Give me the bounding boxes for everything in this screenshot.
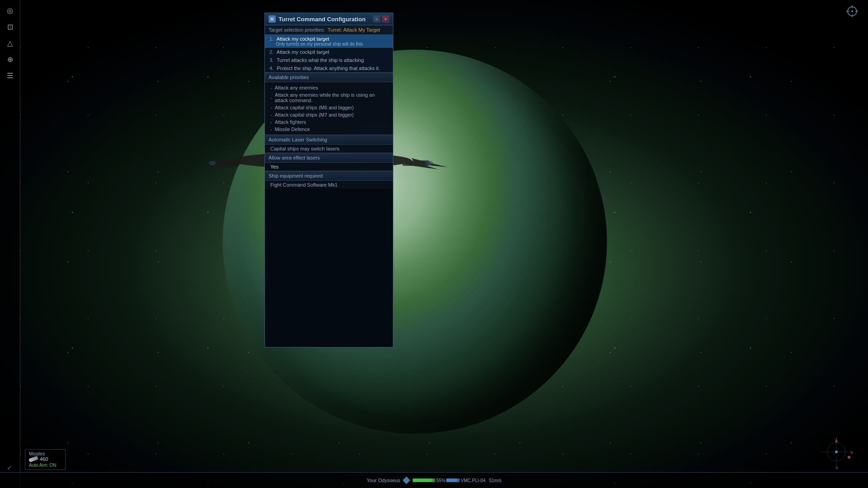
- dialog-title: Turret Command Configuration: [278, 16, 366, 23]
- nav-icon[interactable]: ◎: [3, 4, 17, 17]
- priority-option-3[interactable]: Attack capital ships (M6 and bigger): [265, 104, 393, 111]
- laser-switching-value[interactable]: Capital ships may switch lasers: [265, 145, 393, 153]
- target-selection-row: Target selection priorities: Turret: Att…: [265, 25, 393, 35]
- item-num-3: 3.: [269, 57, 274, 63]
- area-effect-header: Allow area effect lasers: [265, 153, 393, 163]
- collapse-button[interactable]: «: [373, 15, 380, 23]
- priority-option-1[interactable]: Attack any enemies: [265, 84, 393, 91]
- missile-icon: [28, 456, 38, 462]
- shield-bar: [446, 479, 460, 482]
- svg-point-7: [209, 161, 216, 165]
- ship-equipment-header: Ship equipment required: [265, 171, 393, 181]
- dialog-title-left: ⊞ Turret Command Configuration: [269, 15, 366, 23]
- bottom-hud: Your Odysseus 55% VMC.PLI-04 51m/s: [0, 472, 868, 488]
- svg-rect-5: [212, 160, 240, 166]
- priority-option-4[interactable]: Attack capital ships (M7 and bigger): [265, 111, 393, 118]
- laser-switching-content: Capital ships may switch lasers: [265, 145, 393, 153]
- alert-icon[interactable]: △: [3, 36, 17, 50]
- item-num-4: 4.: [269, 66, 274, 71]
- laser-switching-header: Automatic Laser Switching: [265, 135, 393, 145]
- health-shield-bars: 55% VMC.PLI-04: [413, 478, 485, 483]
- priority-item-4[interactable]: 4. Protect the ship. Attack anything tha…: [265, 64, 393, 72]
- health-bar: [413, 479, 435, 482]
- auto-aim-status: Auto Aim: ON: [29, 463, 61, 468]
- missiles-label: Missiles: [29, 451, 61, 456]
- shield-label: VMC.PLI-04: [461, 478, 485, 483]
- map-icon[interactable]: ⊡: [3, 20, 17, 33]
- available-priorities-content: Attack any enemies Attack any enemies wh…: [265, 82, 393, 135]
- hud-diamond: [403, 477, 410, 484]
- priority-option-6[interactable]: Missile Defence: [265, 126, 393, 133]
- priority-option-5[interactable]: Attack fighters: [265, 118, 393, 126]
- item-label-4: Protect the ship. Attack anything that a…: [277, 66, 380, 71]
- top-right-target: [845, 5, 859, 19]
- dialog-title-buttons: « ×: [373, 15, 389, 23]
- crosshair-icon: [845, 5, 859, 18]
- item-num-2: 2.: [269, 49, 274, 55]
- area-effect-content: Yes: [265, 163, 393, 171]
- missiles-count: 460: [40, 456, 48, 462]
- comm-icon[interactable]: ☰: [3, 69, 17, 82]
- minimap-compass: E S: [818, 434, 854, 470]
- priority-list: 1. Attack my cockpit target Only turrets…: [265, 35, 393, 72]
- ship-name: Your Odysseus: [367, 478, 400, 483]
- svg-point-20: [835, 450, 838, 453]
- minimap: E S: [818, 434, 854, 470]
- svg-point-15: [851, 10, 853, 12]
- svg-point-8: [426, 161, 433, 165]
- missiles-icon-area: 460: [29, 456, 61, 462]
- svg-rect-6: [402, 160, 429, 166]
- svg-text:S: S: [835, 466, 838, 470]
- item-label-3: Turret attacks what the ship is attackin…: [277, 57, 364, 63]
- item-label-1: Attack my cockpit target: [277, 36, 330, 42]
- svg-text:E: E: [851, 450, 853, 455]
- svg-point-24: [848, 456, 850, 459]
- priority-option-2[interactable]: Attack any enemies while the ship is usi…: [265, 91, 393, 104]
- available-priorities-header: Available priorities: [265, 72, 393, 82]
- health-percent: 55%: [436, 478, 445, 483]
- priority-item-2[interactable]: 2. Attack my cockpit target: [265, 48, 393, 56]
- dialog-icon: ⊞: [269, 15, 276, 23]
- speed-display: 51m/s: [489, 478, 501, 483]
- close-button[interactable]: ×: [382, 15, 389, 23]
- item-note-1: Only turrets on my personal ship will do…: [269, 42, 388, 47]
- dialog-titlebar: ⊞ Turret Command Configuration « ×: [265, 13, 393, 25]
- check-icon[interactable]: ✓: [7, 464, 12, 471]
- priority-item-3[interactable]: 3. Turret attacks what the ship is attac…: [265, 56, 393, 64]
- ship-equipment-content: Fight Command Software Mk1: [265, 181, 393, 189]
- dialog-empty-area: [265, 189, 393, 347]
- target-selection-value[interactable]: Turret: Attack My Target: [328, 27, 380, 33]
- ship-equipment-value: Fight Command Software Mk1: [265, 181, 393, 189]
- item-label-2: Attack my cockpit target: [277, 49, 330, 55]
- target-icon[interactable]: ⊕: [3, 52, 17, 66]
- area-effect-value[interactable]: Yes: [265, 163, 393, 171]
- priority-item-1[interactable]: 1. Attack my cockpit target Only turrets…: [265, 35, 393, 48]
- item-num-1: 1.: [269, 36, 274, 42]
- left-sidebar: ◎ ⊡ △ ⊕ ☰: [0, 0, 20, 488]
- turret-command-dialog: ⊞ Turret Command Configuration « × Targe…: [264, 13, 393, 347]
- target-selection-label: Target selection priorities:: [269, 27, 325, 33]
- missiles-panel: Missiles 460 Auto Aim: ON: [25, 449, 66, 470]
